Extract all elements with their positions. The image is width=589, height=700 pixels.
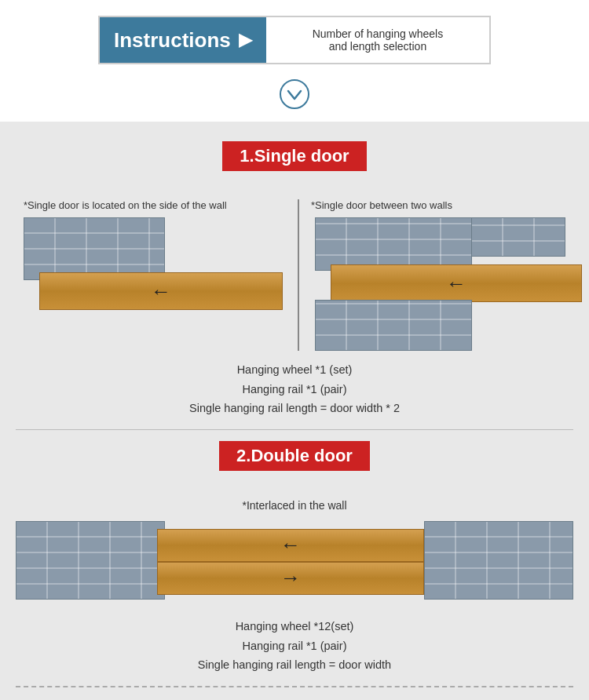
right-door-panel: ← (331, 264, 582, 302)
right-door-arrow-icon: ← (446, 272, 466, 296)
header-section: Instructions ▶ Number of hanging wheels … (0, 0, 589, 122)
right-wall-bottom-brick (315, 300, 472, 351)
double-door-title: 2.Double door (219, 441, 370, 471)
right-diagram-container: ← (299, 217, 565, 351)
double-door-info: Hanging wheel *12(set) Hanging rail *1 (… (16, 617, 573, 675)
instructions-arrow-icon: ▶ (239, 30, 252, 50)
right-wall-middle-brick (471, 217, 565, 257)
single-door-note-right: *Single door between two walls (299, 199, 565, 211)
diagram-left: *Single door is located on the side of t… (16, 199, 298, 351)
single-door-diagrams: *Single door is located on the side of t… (16, 199, 573, 351)
left-door-panel: ← (39, 272, 283, 310)
subtitle-line2: and length selection (313, 40, 444, 53)
dd-wall-left-brick (16, 521, 165, 600)
double-door-info-1: Hanging wheel *12(set) (16, 617, 573, 636)
subtitle-line1: Number of hanging wheels (313, 27, 444, 40)
single-door-section: 1.Single door *Single door is located on… (16, 141, 573, 418)
dd-wall-right-brick (424, 521, 573, 600)
single-door-title-wrapper: 1.Single door (16, 141, 573, 185)
double-door-note: *Interlaced in the wall (16, 499, 573, 512)
diagram-right: *Single door between two walls ← (298, 199, 573, 351)
main-content: 1.Single door *Single door is located on… (0, 122, 589, 700)
double-door-info-2: Hanging rail *1 (pair) (16, 636, 573, 656)
single-door-note-left: *Single door is located on the side of t… (24, 199, 290, 211)
bottom-dashed-divider (16, 686, 573, 687)
dd-door-bottom-arrow-icon: → (280, 566, 301, 590)
section-divider (16, 429, 573, 430)
chevron-down-icon (279, 78, 310, 110)
double-door-section: 2.Double door *Interlaced in the wall ← … (16, 441, 573, 675)
dd-door-top-arrow-icon: ← (280, 533, 301, 557)
single-door-info-2: Hanging rail *1 (pair) (16, 380, 573, 399)
double-door-info-3: Single hanging rail length = door width (16, 655, 573, 675)
instructions-text: Instructions (114, 28, 231, 53)
single-door-info-1: Hanging wheel *1 (set) (16, 360, 573, 380)
dd-door-bottom-panel: → (157, 562, 424, 595)
instructions-bar: Instructions ▶ Number of hanging wheels … (98, 16, 491, 64)
left-wall-brick (24, 217, 165, 280)
dd-door-top-panel: ← (157, 529, 424, 562)
single-door-info: Hanging wheel *1 (set) Hanging rail *1 (… (16, 360, 573, 418)
instructions-subtitle: Number of hanging wheels and length sele… (266, 17, 489, 63)
svg-point-0 (280, 80, 309, 108)
left-door-arrow-icon: ← (151, 279, 171, 304)
instructions-label: Instructions ▶ (100, 17, 266, 63)
double-door-diagram: ← → (16, 521, 573, 607)
single-door-info-3: Single hanging rail length = door width … (16, 399, 573, 418)
left-diagram-container: ← (24, 217, 290, 343)
double-door-title-wrapper: 2.Double door (16, 441, 573, 485)
right-wall-top-brick (315, 217, 472, 271)
single-door-title: 1.Single door (222, 141, 366, 171)
